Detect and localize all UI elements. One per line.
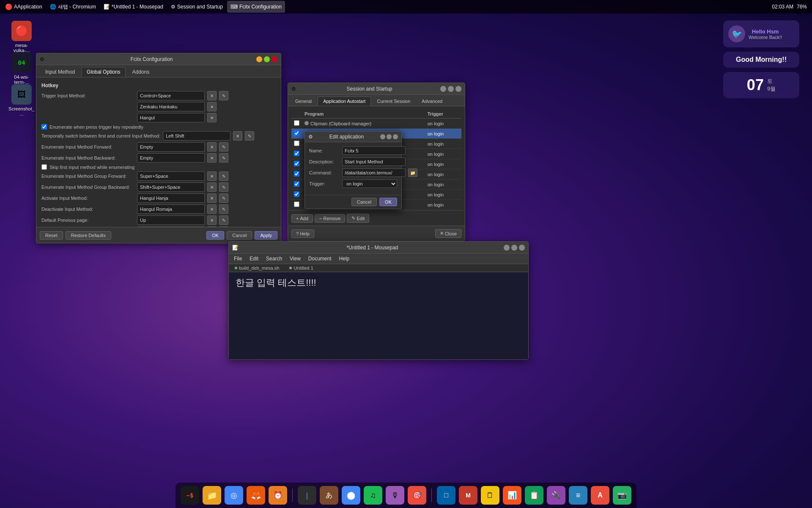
fcitx-maximize-btn[interactable] <box>264 56 270 62</box>
menu-document[interactable]: Document <box>305 254 335 263</box>
edit-name-input[interactable] <box>342 146 406 155</box>
switch-clear-btn[interactable]: ✕ <box>233 131 242 141</box>
activate-clear[interactable]: ✕ <box>207 193 217 203</box>
edit-cmd-input[interactable] <box>342 168 406 177</box>
mousepad-tab-build[interactable]: build_deb_mesa.sh <box>230 264 283 272</box>
group-bwd-clear[interactable]: ✕ <box>207 182 217 192</box>
row-check-clipman[interactable] <box>294 120 299 126</box>
trigger-edit-btn-1[interactable]: ✎ <box>219 91 228 100</box>
mousepad-close[interactable] <box>519 245 525 251</box>
menu-view[interactable]: View <box>286 254 304 263</box>
group-fwd-clear[interactable]: ✕ <box>207 171 217 181</box>
row-check-6[interactable] <box>294 171 299 177</box>
trigger-input-1[interactable] <box>137 91 205 100</box>
dock-plugins[interactable]: 🔌 <box>547 486 565 505</box>
trigger-input-3[interactable] <box>137 113 205 122</box>
row-check-fcitx5[interactable] <box>294 130 299 136</box>
row-check-7[interactable] <box>294 181 299 187</box>
taskbar-fcitx[interactable]: ⌨ Fcitx Configuration <box>227 1 285 13</box>
trigger-clear-btn-2[interactable]: ✕ <box>207 102 217 111</box>
add-button[interactable]: +Add <box>291 214 313 223</box>
desktop-icon-terminal[interactable]: 04 04-wsi-term-... <box>7 51 36 86</box>
enum-bwd-clear-btn[interactable]: ✕ <box>207 153 217 163</box>
deactivate-input[interactable] <box>137 204 205 214</box>
session-close-btn[interactable] <box>455 86 461 92</box>
taskbar-session[interactable]: ⚙ Session and Startup <box>167 1 226 13</box>
tab-input-method[interactable]: Input Method <box>40 67 80 77</box>
tab-general[interactable]: General <box>290 97 317 106</box>
trigger-clear-btn-3[interactable]: ✕ <box>207 113 217 122</box>
prev-page-clear[interactable]: ✕ <box>207 215 217 225</box>
dock-podcast[interactable]: 🎙 <box>386 486 404 505</box>
reset-button[interactable]: Reset <box>40 231 63 240</box>
dock-music[interactable]: ♫ <box>364 486 382 505</box>
group-bwd-edit[interactable]: ✎ <box>219 182 228 192</box>
dock-firefox[interactable]: 🦊 <box>247 486 265 505</box>
help-button[interactable]: ?Help <box>291 229 314 238</box>
tab-application-autostart[interactable]: Application Autostart <box>318 97 371 106</box>
restore-defaults-button[interactable]: Restore Defaults <box>66 231 111 240</box>
dialog-cancel-button[interactable]: Cancel <box>351 198 377 206</box>
taskbar-app-launcher[interactable]: 🔴 AApplication <box>2 1 46 13</box>
dock-acrobat[interactable]: A <box>591 486 609 505</box>
deactivate-clear[interactable]: ✕ <box>207 204 217 214</box>
switch-edit-btn[interactable]: ✎ <box>245 131 254 141</box>
activate-edit[interactable]: ✎ <box>219 193 228 203</box>
fcitx-close-btn[interactable] <box>272 56 277 62</box>
enum-fwd-input[interactable] <box>137 142 205 152</box>
dock-photo[interactable]: 📷 <box>613 486 631 505</box>
deactivate-edit[interactable]: ✎ <box>219 204 228 214</box>
dock-virtualbox[interactable]: □ <box>437 486 455 505</box>
dialog-ok-button[interactable]: OK <box>379 198 397 206</box>
dock-sheets[interactable]: 📋 <box>525 486 543 505</box>
fcitx-minimize-btn[interactable] <box>256 56 262 62</box>
ok-button[interactable]: OK <box>206 231 224 240</box>
prev-page-input[interactable] <box>137 215 205 225</box>
desktop-icon-mesa[interactable]: 🔴 mesa-vulka-... <box>7 19 36 55</box>
trigger-input-2[interactable] <box>137 102 205 111</box>
cancel-button[interactable]: Cancel <box>227 231 252 240</box>
activate-input[interactable] <box>137 193 205 203</box>
menu-edit[interactable]: Edit <box>246 254 262 263</box>
row-check-4[interactable] <box>294 151 299 156</box>
menu-help[interactable]: Help <box>336 254 353 263</box>
trigger-select[interactable]: on login on demand <box>342 179 397 188</box>
dock-mousepad[interactable]: M <box>459 486 477 505</box>
remove-button[interactable]: −Remove <box>315 214 345 223</box>
taskbar-chromium[interactable]: 🌐 새탭 - Chromium <box>47 1 99 13</box>
mousepad-minimize[interactable] <box>504 245 510 251</box>
tab-addons[interactable]: Addons <box>126 67 155 77</box>
dock-terminal[interactable]: ~$ <box>181 486 199 505</box>
session-minimize-btn[interactable] <box>440 86 446 92</box>
enum-fwd-edit-btn[interactable]: ✎ <box>219 142 228 152</box>
trigger-clear-btn-1[interactable]: ✕ <box>207 91 217 100</box>
switch-input[interactable] <box>163 131 230 141</box>
dock-bullseye[interactable]: 🎯 <box>408 486 426 505</box>
edit-dialog-close[interactable] <box>393 134 398 139</box>
taskbar-mousepad[interactable]: 📝 *Untitled 1 - Mousepad <box>100 1 167 13</box>
browse-button[interactable]: 📁 <box>408 168 417 177</box>
menu-search[interactable]: Search <box>263 254 285 263</box>
enum-bwd-edit-btn[interactable]: ✎ <box>219 153 228 163</box>
dock-notes[interactable]: 🗒 <box>481 486 499 505</box>
close-button[interactable]: ✕Close <box>435 229 461 238</box>
dock-chromium[interactable]: ⬤ <box>342 486 360 505</box>
session-maximize-btn[interactable] <box>448 86 454 92</box>
edit-button[interactable]: ✎Edit <box>347 214 369 223</box>
group-fwd-edit[interactable]: ✎ <box>219 171 228 181</box>
mousepad-content[interactable]: 한글 입력 테스트!!!! <box>229 272 528 359</box>
dock-files[interactable]: 📁 <box>203 486 221 505</box>
dock-browser[interactable]: ◎ <box>225 486 243 505</box>
tab-advanced[interactable]: Advanced <box>416 97 448 106</box>
enum-bwd-input[interactable] <box>137 153 205 163</box>
apply-button[interactable]: Apply <box>255 231 277 240</box>
dock-timeshift[interactable]: ⏰ <box>269 486 287 505</box>
tab-current-session[interactable]: Current Session <box>371 97 416 106</box>
skip-checkbox[interactable] <box>41 164 47 170</box>
row-check-5[interactable] <box>294 161 299 166</box>
prev-page-edit[interactable]: ✎ <box>219 215 228 225</box>
group-fwd-input[interactable] <box>137 171 205 181</box>
dock-editor[interactable]: | <box>298 486 316 505</box>
row-check-3[interactable] <box>294 141 299 146</box>
dock-stack[interactable]: ≡ <box>569 486 587 505</box>
